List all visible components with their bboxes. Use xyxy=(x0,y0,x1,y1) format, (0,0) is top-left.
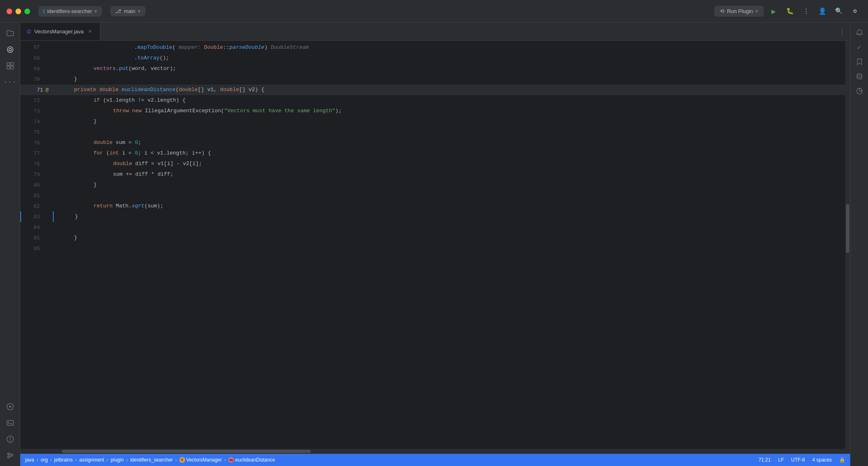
sidebar-item-folder[interactable] xyxy=(3,26,17,41)
sidebar-item-vcs[interactable] xyxy=(3,42,17,57)
sidebar-item-terminal[interactable] xyxy=(3,416,17,430)
line-number-82: 82 xyxy=(20,201,53,211)
sidebar-item-more[interactable]: ··· xyxy=(3,75,17,89)
svg-rect-5 xyxy=(11,66,13,69)
tab-close-button[interactable]: ✕ xyxy=(87,28,94,35)
sidebar-item-structure[interactable] xyxy=(3,59,17,73)
traffic-lights xyxy=(7,9,30,14)
line-number-76: 76 xyxy=(20,137,53,148)
breadcrumb-item-jetbrains[interactable]: jetbrains xyxy=(54,457,72,463)
code-line-75 xyxy=(53,127,845,137)
code-line-84 xyxy=(53,222,845,233)
branch-selector[interactable]: ⎇ main ▾ xyxy=(110,6,145,16)
branch-name: main xyxy=(124,8,135,14)
run-plugin-button[interactable]: ⟲ Run Plugin ▾ xyxy=(714,6,764,17)
encoding[interactable]: UTF-8 xyxy=(791,457,805,463)
breadcrumb-item-euclidean-distance[interactable]: m euclideanDistance xyxy=(228,457,275,463)
breadcrumb-item-vectors-manager[interactable]: © VectorsManager xyxy=(179,457,222,463)
search-button[interactable]: 🔍 xyxy=(832,5,845,18)
code-content[interactable]: .mapToDouble( mapper: Double::parseDoubl… xyxy=(53,41,845,449)
branch-icon: ⎇ xyxy=(115,8,121,14)
svg-rect-2 xyxy=(7,63,10,65)
line-number-68: 68 xyxy=(20,53,53,63)
scrollbar-thumb[interactable] xyxy=(846,204,849,253)
svg-marker-16 xyxy=(857,59,861,65)
right-sidebar: ✓ xyxy=(850,23,868,466)
line-number-74: 74 xyxy=(20,116,53,127)
close-button[interactable] xyxy=(7,9,12,14)
right-bookmarks-button[interactable] xyxy=(853,55,866,68)
code-line-83: } xyxy=(53,211,845,222)
line-number-83: 83 xyxy=(20,211,53,222)
code-line-70: } xyxy=(53,74,845,85)
branch-chevron-icon: ▾ xyxy=(138,8,141,14)
lock-icon: 🔒 xyxy=(839,457,845,463)
euclidean-distance-icon: m xyxy=(228,457,234,463)
line-number-70: 70 xyxy=(20,74,53,85)
breadcrumb: java › org › jetbrains › assignment › pl… xyxy=(25,457,756,463)
account-button[interactable]: 👤 xyxy=(816,5,829,18)
line-number-71: 71 @ xyxy=(20,85,53,95)
sidebar-item-git[interactable] xyxy=(3,448,17,463)
code-line-81 xyxy=(53,190,845,201)
line-number-79: 79 xyxy=(20,169,53,180)
right-database-button[interactable] xyxy=(853,70,866,83)
svg-point-12 xyxy=(10,440,11,441)
breadcrumb-item-plugin[interactable]: plugin xyxy=(111,457,124,463)
code-line-78: double diff = v1[i] - v2[i]; xyxy=(53,159,845,169)
titlebar-actions: ⟲ Run Plugin ▾ ▶ 🐛 ⋮ 👤 🔍 ⚙ xyxy=(714,5,861,18)
right-chart-button[interactable] xyxy=(853,85,866,98)
line-ending[interactable]: LF xyxy=(778,457,784,463)
run-button[interactable]: ▶ xyxy=(767,5,780,18)
code-line-86 xyxy=(53,243,845,254)
titlebar: I identifiers-searcher ▾ ⎇ main ▾ ⟲ Run … xyxy=(0,0,868,23)
svg-point-15 xyxy=(11,454,13,456)
svg-point-17 xyxy=(857,74,862,76)
tab-more-button[interactable]: ⋮ xyxy=(834,28,850,36)
line-number-86: 86 xyxy=(20,243,53,254)
settings-button[interactable]: ⚙ xyxy=(848,5,861,18)
svg-rect-8 xyxy=(7,420,13,425)
main-layout: ··· xyxy=(0,23,868,466)
cursor-position[interactable]: 71:21 xyxy=(759,457,771,463)
svg-rect-4 xyxy=(7,66,10,69)
line-number-78: 78 xyxy=(20,159,53,169)
indent[interactable]: 4 spaces xyxy=(812,457,832,463)
status-bar: java › org › jetbrains › assignment › pl… xyxy=(20,454,850,466)
minimize-button[interactable] xyxy=(15,9,21,14)
line-number-77: 77 xyxy=(20,148,53,159)
line-number-69: 69 xyxy=(20,63,53,74)
svg-point-0 xyxy=(7,47,13,52)
sidebar-item-problems[interactable] xyxy=(3,432,17,446)
tab-file-icon: © xyxy=(27,28,31,35)
code-line-76: double sum = 0; xyxy=(53,137,845,148)
vertical-scrollbar[interactable] xyxy=(845,41,850,449)
tab-vectors-manager[interactable]: © VectorsManager.java ✕ xyxy=(20,23,100,40)
code-line-80: } xyxy=(53,180,845,190)
sidebar-item-run[interactable] xyxy=(3,399,17,414)
h-scrollbar-thumb[interactable] xyxy=(62,450,311,453)
status-right: 71:21 LF UTF-8 4 spaces 🔒 xyxy=(759,457,845,463)
right-checkmark-button[interactable]: ✓ xyxy=(853,41,866,54)
line-number-73: 73 xyxy=(20,106,53,116)
breadcrumb-item-java[interactable]: java xyxy=(25,457,34,463)
right-notifications-button[interactable] xyxy=(853,26,866,39)
maximize-button[interactable] xyxy=(24,9,30,14)
code-line-72: if (v1.length != v2.length) { xyxy=(53,95,845,106)
horizontal-scrollbar[interactable] xyxy=(20,449,850,454)
more-options-button[interactable]: ⋮ xyxy=(800,5,813,18)
run-plugin-icon: ⟲ xyxy=(720,8,724,14)
debug-button[interactable]: 🐛 xyxy=(783,5,796,18)
code-line-73: throw new IllegalArgumentException("Vect… xyxy=(53,106,845,116)
breadcrumb-item-identifiers-searcher[interactable]: identifiers_searcher xyxy=(130,457,173,463)
project-selector[interactable]: I identifiers-searcher ▾ xyxy=(38,6,102,17)
project-icon: I xyxy=(43,8,45,15)
line-number-72: 72 xyxy=(20,95,53,106)
annotation-marker: @ xyxy=(46,87,49,93)
run-plugin-chevron-icon: ▾ xyxy=(755,8,758,14)
editor-area: © VectorsManager.java ✕ ⋮ 67 68 xyxy=(20,23,850,466)
breadcrumb-item-org[interactable]: org xyxy=(41,457,48,463)
line-number-80: 80 xyxy=(20,180,53,190)
line-number-81: 81 xyxy=(20,190,53,201)
breadcrumb-item-assignment[interactable]: assignment xyxy=(79,457,104,463)
